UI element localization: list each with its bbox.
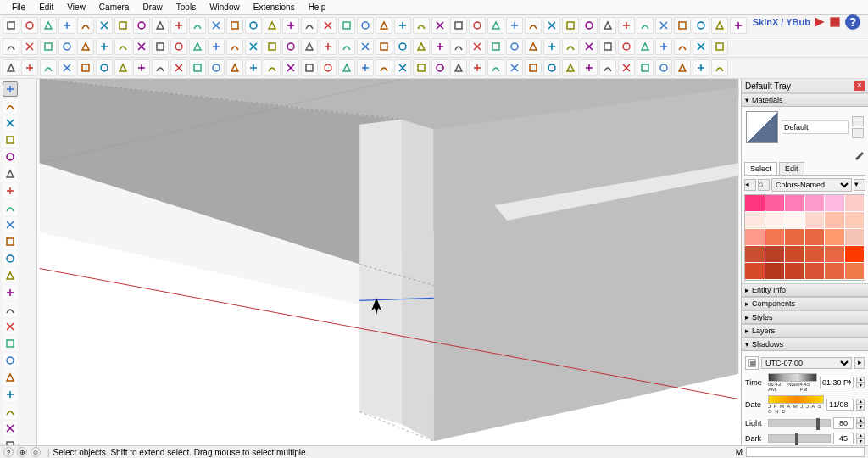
menu-camera[interactable]: Camera: [92, 1, 136, 14]
toolbar-button[interactable]: [506, 17, 523, 34]
toolbar-button[interactable]: [133, 17, 150, 34]
color-swatch[interactable]: [785, 229, 805, 246]
color-swatch[interactable]: [805, 195, 826, 212]
tool-button[interactable]: [3, 115, 18, 131]
toolbar-button[interactable]: [96, 59, 113, 76]
toolbar-button[interactable]: [543, 38, 560, 55]
toolbar-button[interactable]: [394, 38, 411, 55]
color-swatch[interactable]: [745, 263, 765, 280]
toolbar-button[interactable]: [58, 38, 75, 55]
color-swatch[interactable]: [805, 212, 826, 229]
toolbar-button[interactable]: [58, 17, 75, 34]
color-swatch[interactable]: [765, 212, 786, 229]
toolbar-button[interactable]: [450, 38, 467, 55]
tool-button[interactable]: [3, 285, 18, 300]
color-swatch[interactable]: [825, 195, 845, 212]
tool-button[interactable]: [3, 302, 18, 317]
toolbar-button[interactable]: [96, 17, 113, 34]
light-up[interactable]: ▴: [856, 417, 865, 423]
toolbar-button[interactable]: [376, 38, 392, 55]
color-swatch[interactable]: [765, 246, 786, 263]
menu-window[interactable]: Window: [203, 1, 247, 14]
shadow-toggle-icon[interactable]: [745, 356, 759, 370]
light-down[interactable]: ▾: [856, 423, 865, 429]
toolbar-button[interactable]: [506, 59, 523, 76]
tool-button[interactable]: [3, 217, 18, 232]
dark-slider[interactable]: [768, 434, 831, 443]
toolbar-button[interactable]: [655, 17, 672, 34]
toolbar-button[interactable]: [487, 17, 504, 34]
info-icon[interactable]: ?: [3, 447, 14, 457]
color-swatch[interactable]: [745, 229, 765, 246]
panel-styles-header[interactable]: ▸Styles: [742, 310, 868, 324]
toolbar-button[interactable]: [525, 17, 542, 34]
toolbar-button[interactable]: [264, 38, 281, 55]
tool-button[interactable]: [3, 200, 18, 215]
toolbar-button[interactable]: [133, 59, 150, 76]
light-slider[interactable]: [768, 419, 831, 427]
menu-file[interactable]: File: [5, 1, 32, 14]
tool-button[interactable]: [3, 234, 18, 249]
panel-shadows-header[interactable]: ▾Shadows: [742, 338, 868, 351]
color-swatch[interactable]: [785, 212, 805, 229]
geo-icon[interactable]: ⊕: [17, 447, 27, 457]
tool-button[interactable]: [3, 98, 18, 114]
toolbar-button[interactable]: [226, 17, 243, 34]
toolbar-button[interactable]: [189, 17, 206, 34]
toolbar-button[interactable]: [338, 38, 355, 55]
toolbar-button[interactable]: [674, 38, 691, 55]
tool-button[interactable]: [3, 268, 18, 283]
toolbar-button[interactable]: [376, 59, 392, 76]
menu-view[interactable]: View: [60, 1, 92, 14]
toolbar-button[interactable]: [301, 17, 318, 34]
toolbar-button[interactable]: [469, 38, 486, 55]
toolbar-button[interactable]: [413, 59, 430, 76]
toolbar-button[interactable]: [208, 17, 225, 34]
toolbar-button[interactable]: [543, 17, 560, 34]
toolbar-button[interactable]: [581, 17, 598, 34]
toolbar-button[interactable]: [152, 17, 169, 34]
color-swatch[interactable]: [745, 212, 765, 229]
toolbar-button[interactable]: [562, 17, 579, 34]
toolbar-button[interactable]: [637, 38, 654, 55]
date-slider[interactable]: [768, 395, 824, 404]
toolbar-button[interactable]: [655, 38, 672, 55]
toolbar-button[interactable]: [655, 59, 672, 76]
tool-button[interactable]: [3, 81, 18, 97]
toolbar-button[interactable]: [357, 38, 374, 55]
color-swatch[interactable]: [765, 195, 786, 212]
color-swatch[interactable]: [845, 212, 865, 229]
toolbar-button[interactable]: [450, 59, 467, 76]
toolbar-button[interactable]: [394, 59, 411, 76]
toolbar-button[interactable]: [525, 38, 542, 55]
toolbar-button[interactable]: [58, 59, 75, 76]
toolbar-button[interactable]: [431, 59, 448, 76]
toolbar-button[interactable]: [394, 17, 411, 34]
tool-button[interactable]: [3, 149, 18, 165]
toolbar-button[interactable]: [226, 38, 243, 55]
toolbar-button[interactable]: [301, 38, 318, 55]
toolbar-button[interactable]: [170, 38, 187, 55]
toolbar-button[interactable]: [77, 59, 94, 76]
tool-button[interactable]: [3, 353, 18, 368]
toolbar-button[interactable]: [562, 38, 579, 55]
toolbar-button[interactable]: [282, 38, 299, 55]
toolbar-button[interactable]: [96, 38, 113, 55]
toolbar-button[interactable]: [208, 38, 225, 55]
toolbar-button[interactable]: [21, 59, 38, 76]
tool-button[interactable]: [3, 132, 18, 148]
toolbar-button[interactable]: [637, 59, 654, 76]
toolbar-button[interactable]: [711, 38, 728, 55]
toolbar-button[interactable]: [264, 59, 281, 76]
toolbar-button[interactable]: [114, 59, 131, 76]
dark-up[interactable]: ▴: [856, 433, 865, 438]
toolbar-button[interactable]: [693, 38, 709, 55]
time-value[interactable]: [820, 377, 854, 388]
toolbar-button[interactable]: [245, 17, 262, 34]
toolbar-button[interactable]: [152, 59, 169, 76]
color-swatch[interactable]: [785, 263, 805, 280]
toolbar-button[interactable]: [189, 38, 206, 55]
menu-tools[interactable]: Tools: [170, 1, 203, 14]
toolbar-button[interactable]: [3, 59, 19, 76]
color-swatch[interactable]: [845, 263, 865, 280]
